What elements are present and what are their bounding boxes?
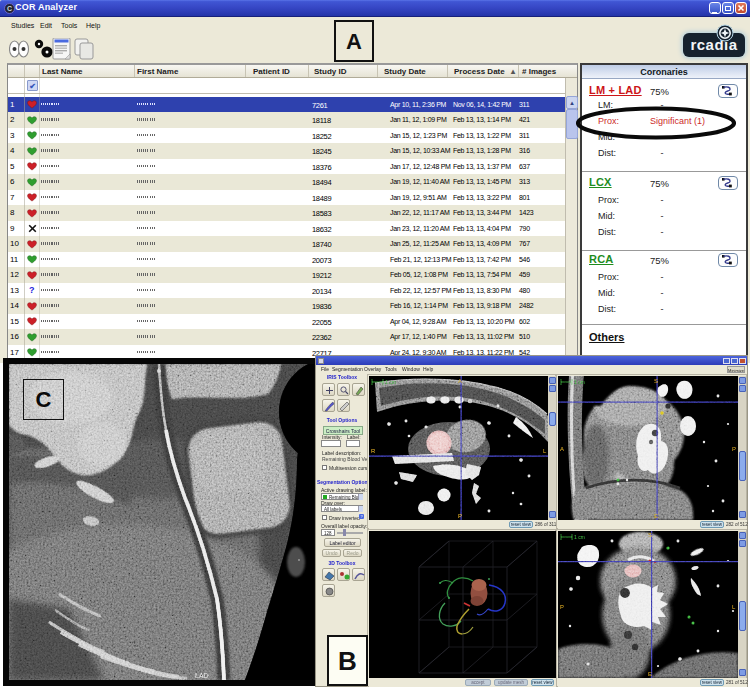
svg-text:C: C [7, 5, 12, 12]
